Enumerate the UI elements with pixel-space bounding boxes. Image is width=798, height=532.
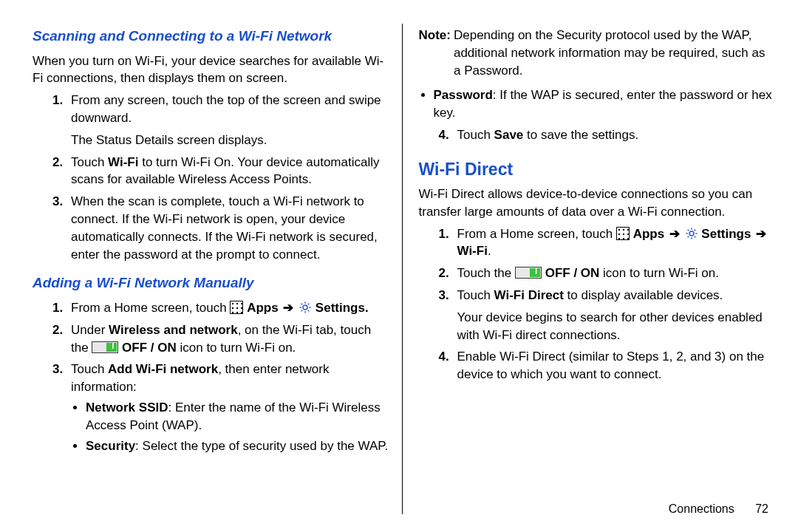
step-text: Enable Wi-Fi Direct (similar to Steps 1,… xyxy=(457,349,765,381)
step-text: to save the settings. xyxy=(523,128,638,142)
bullet-security: Security: Select the type of security us… xyxy=(86,437,389,455)
step-text: icon to turn Wi-Fi on. xyxy=(599,266,719,280)
left-column: Scanning and Connecting to a Wi-Fi Netwo… xyxy=(33,24,402,514)
apps-grid-icon xyxy=(230,301,243,314)
scan-steps: From any screen, touch the top of the sc… xyxy=(33,92,389,263)
subheading-scan-connect: Scanning and Connecting to a Wi-Fi Netwo… xyxy=(33,27,389,47)
step-text: From a Home screen, touch xyxy=(71,301,230,315)
direct-step-2: Touch the OFF / ON icon to turn Wi-Fi on… xyxy=(453,265,775,282)
wifi-direct-steps: From a Home screen, touch Apps ➔ Setting… xyxy=(419,225,775,383)
save-step: Touch Save to save the settings. xyxy=(453,126,775,144)
wifi-direct-label: Wi-Fi Direct xyxy=(494,288,564,302)
direct-step-3-result: Your device begins to search for other d… xyxy=(457,309,775,344)
manual-step-3: Touch Add Wi-Fi network, then enter netw… xyxy=(66,361,389,454)
page-footer: Connections 72 xyxy=(669,501,768,517)
note-block: Note: Depending on the Security protocol… xyxy=(419,27,775,79)
manual-page: Scanning and Connecting to a Wi-Fi Netwo… xyxy=(0,0,798,532)
step-text: From a Home screen, touch xyxy=(457,227,616,241)
right-column: Note: Depending on the Security protocol… xyxy=(402,24,775,514)
apps-label: Apps xyxy=(633,227,665,241)
save-label: Save xyxy=(494,128,524,142)
note-label: Note: xyxy=(419,27,451,79)
toggle-icon xyxy=(92,341,118,353)
apps-grid-icon xyxy=(616,227,630,240)
svg-point-0 xyxy=(303,305,307,310)
step-1-result: The Status Details screen displays. xyxy=(71,132,389,149)
footer-section: Connections xyxy=(669,502,734,515)
note-body: Depending on the Security protocol used … xyxy=(454,27,774,79)
scan-step-3: When the scan is complete, touch a Wi-Fi… xyxy=(66,193,389,263)
arrow-icon: ➔ xyxy=(669,227,680,241)
add-wifi-label: Add Wi-Fi network xyxy=(108,362,218,376)
step-text: Touch the xyxy=(457,266,515,280)
wifi-label: Wi-Fi xyxy=(108,155,138,169)
footer-page-number: 72 xyxy=(755,502,768,515)
gear-icon xyxy=(685,227,698,240)
password-bullet-list: Password: If the WAP is secured, enter t… xyxy=(419,86,775,122)
step-text: From any screen, touch the top of the sc… xyxy=(71,93,381,125)
wifi-direct-intro: Wi-Fi Direct allows device-to-device con… xyxy=(419,185,775,221)
off-on-label: OFF / ON xyxy=(122,341,177,355)
step-text: Under xyxy=(71,323,109,337)
apps-label: Apps xyxy=(247,301,279,315)
scan-step-1: From any screen, touch the top of the sc… xyxy=(66,92,389,149)
security-label: Security xyxy=(86,439,135,453)
step-text: Touch xyxy=(71,155,108,169)
step-text: Touch xyxy=(71,362,108,376)
off-on-label: OFF / ON xyxy=(545,266,600,280)
toggle-icon xyxy=(515,267,542,279)
step-text: icon to turn Wi-Fi on. xyxy=(177,341,296,355)
arrow-icon: ➔ xyxy=(283,301,293,315)
section-title-wifi-direct: Wi-Fi Direct xyxy=(419,157,775,181)
period: . xyxy=(488,244,491,258)
step-text: Touch xyxy=(457,128,494,142)
manual-step-2: Under Wireless and network, on the Wi-Fi… xyxy=(66,321,389,357)
bullet-password: Password: If the WAP is secured, enter t… xyxy=(434,86,775,122)
step-text: When the scan is complete, touch a Wi-Fi… xyxy=(71,194,378,261)
step-text: to display available devices. xyxy=(564,288,723,302)
save-step-list: Touch Save to save the settings. xyxy=(419,126,775,144)
gear-icon xyxy=(299,301,312,314)
intro-paragraph: When you turn on Wi-Fi, your device sear… xyxy=(33,52,389,88)
network-info-bullets: Network SSID: Enter the name of the Wi-F… xyxy=(71,399,389,454)
svg-point-1 xyxy=(689,231,694,236)
manual-step-1: From a Home screen, touch Apps ➔ Setting… xyxy=(66,299,389,317)
arrow-icon: ➔ xyxy=(756,227,766,241)
bullet-ssid: Network SSID: Enter the name of the Wi-F… xyxy=(86,399,389,434)
settings-label: Settings xyxy=(701,227,751,241)
direct-step-3: Touch Wi-Fi Direct to display available … xyxy=(453,287,775,344)
direct-step-1: From a Home screen, touch Apps ➔ Setting… xyxy=(453,225,775,261)
manual-steps: From a Home screen, touch Apps ➔ Setting… xyxy=(33,299,389,454)
direct-step-4: Enable Wi-Fi Direct (similar to Steps 1,… xyxy=(453,348,775,383)
password-label: Password xyxy=(434,88,493,102)
ssid-label: Network SSID xyxy=(86,400,168,415)
step-text: Touch xyxy=(457,288,494,302)
subheading-add-manual: Adding a Wi-Fi Network Manually xyxy=(33,273,389,293)
wifi-label: Wi-Fi xyxy=(457,244,488,258)
scan-step-2: Touch Wi-Fi to turn Wi-Fi On. Your devic… xyxy=(66,154,389,189)
security-desc: : Select the type of security used by th… xyxy=(135,439,388,453)
settings-label: Settings. xyxy=(316,301,369,315)
wireless-network-label: Wireless and network xyxy=(109,323,238,337)
